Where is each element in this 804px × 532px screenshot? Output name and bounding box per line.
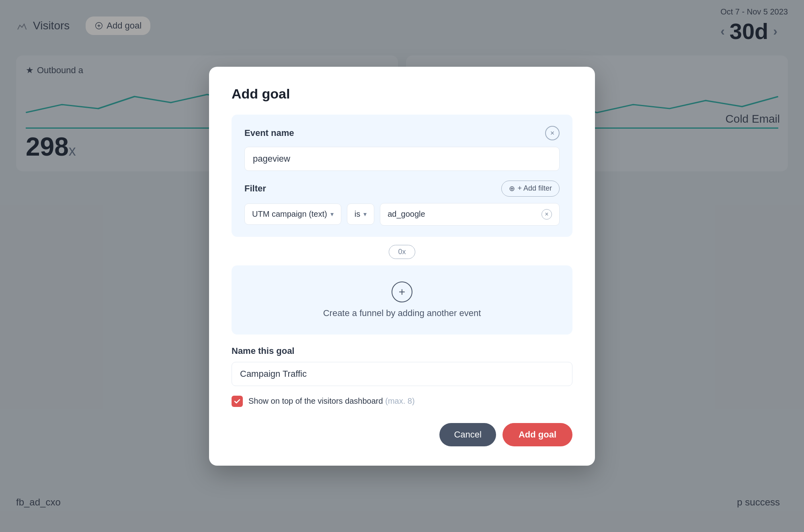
modal-overlay: Add goal Event name × Filter ⊕ + Add fil… — [0, 0, 804, 532]
add-filter-button[interactable]: ⊕ + Add filter — [501, 181, 560, 197]
funnel-badge-container: 0x — [232, 245, 572, 259]
name-goal-section: Name this goal — [232, 346, 572, 396]
modal-title: Add goal — [232, 86, 572, 102]
cancel-button[interactable]: Cancel — [439, 423, 496, 446]
filter-row: UTM campaign (text) ▾ is ▾ ad_google × — [244, 203, 560, 226]
filter-value-field[interactable]: ad_google × — [380, 203, 560, 226]
checkbox-label: Show on top of the visitors dashboard (m… — [248, 396, 415, 406]
filter-label: Filter — [244, 183, 266, 194]
funnel-text: Create a funnel by adding another event — [323, 308, 481, 318]
add-goal-button[interactable]: Add goal — [503, 423, 572, 446]
add-funnel-section[interactable]: + Create a funnel by adding another even… — [232, 265, 572, 335]
filter-operator-select[interactable]: is ▾ — [347, 203, 374, 225]
show-on-dashboard-checkbox[interactable] — [232, 396, 243, 407]
filter-field-chevron-icon: ▾ — [330, 210, 334, 218]
funnel-plus-icon: + — [392, 281, 412, 302]
event-name-label: Event name — [244, 128, 294, 138]
filter-operator-chevron-icon: ▾ — [363, 210, 367, 218]
name-goal-label: Name this goal — [232, 346, 572, 356]
name-goal-input[interactable] — [232, 362, 572, 386]
add-filter-plus-icon: ⊕ — [509, 184, 515, 193]
modal-footer: Cancel Add goal — [232, 423, 572, 446]
filter-value-clear-button[interactable]: × — [541, 209, 552, 220]
event-name-input[interactable] — [244, 147, 560, 171]
filter-value-clear-icon: × — [541, 209, 552, 220]
filter-field-select[interactable]: UTM campaign (text) ▾ — [244, 203, 341, 225]
add-goal-modal: Add goal Event name × Filter ⊕ + Add fil… — [209, 67, 595, 466]
event-name-section: Event name × Filter ⊕ + Add filter UTM c… — [232, 115, 572, 237]
checkbox-row: Show on top of the visitors dashboard (m… — [232, 396, 572, 407]
event-name-close-button[interactable]: × — [545, 126, 560, 140]
funnel-badge: 0x — [389, 245, 415, 259]
